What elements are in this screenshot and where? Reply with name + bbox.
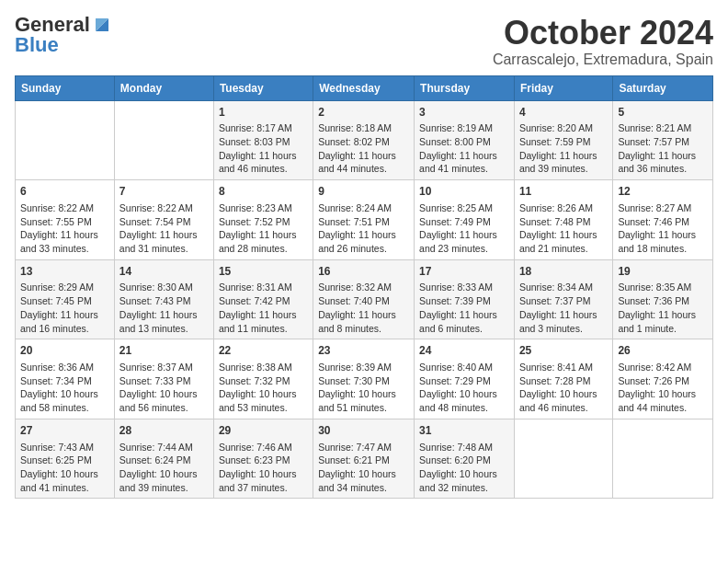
cell-text: Sunrise: 8:38 AM (219, 361, 308, 374)
cell-text: Sunset: 7:30 PM (318, 374, 409, 388)
cell-text: Daylight: 11 hours and 16 minutes. (20, 308, 109, 335)
cell-text: Sunrise: 8:30 AM (119, 281, 209, 294)
cell-text: Sunset: 7:59 PM (519, 135, 608, 149)
cell-text: Sunset: 7:57 PM (618, 135, 708, 149)
calendar-cell: 31Sunrise: 7:48 AMSunset: 6:20 PMDayligh… (415, 419, 515, 499)
cell-text: Sunset: 8:02 PM (318, 135, 409, 149)
cell-text: Daylight: 11 hours and 26 minutes. (318, 228, 409, 255)
calendar-cell: 9Sunrise: 8:24 AMSunset: 7:51 PMDaylight… (313, 180, 415, 260)
calendar-cell: 22Sunrise: 8:38 AMSunset: 7:32 PMDayligh… (213, 339, 313, 419)
cell-text: Sunrise: 8:25 AM (419, 201, 509, 215)
calendar-cell: 19Sunrise: 8:35 AMSunset: 7:36 PMDayligh… (613, 259, 713, 339)
calendar-table: SundayMondayTuesdayWednesdayThursdayFrid… (15, 75, 713, 500)
day-number: 23 (318, 343, 409, 359)
cell-text: Daylight: 10 hours and 51 minutes. (318, 387, 409, 414)
month-title: October 2024 (493, 15, 713, 52)
cell-text: Sunset: 7:28 PM (519, 374, 608, 388)
day-number: 4 (519, 105, 608, 121)
cell-text: Sunrise: 8:32 AM (318, 281, 409, 294)
day-number: 7 (119, 184, 209, 200)
cell-text: Sunrise: 8:20 AM (519, 121, 608, 135)
cell-text: Sunset: 7:42 PM (219, 294, 308, 308)
day-number: 12 (618, 184, 708, 200)
logo: General Blue (15, 15, 112, 55)
cell-text: Sunrise: 8:40 AM (419, 361, 509, 374)
cell-text: Daylight: 11 hours and 21 minutes. (519, 228, 608, 255)
day-number: 27 (20, 423, 109, 439)
day-number: 21 (119, 343, 209, 359)
col-header-sunday: Sunday (16, 75, 115, 100)
cell-text: Sunset: 7:39 PM (419, 294, 509, 308)
day-number: 17 (419, 264, 509, 280)
cell-text: Daylight: 10 hours and 34 minutes. (318, 467, 409, 494)
cell-text: Sunrise: 8:33 AM (419, 281, 509, 294)
cell-text: Sunrise: 8:29 AM (20, 281, 109, 294)
day-number: 9 (318, 184, 409, 200)
cell-text: Daylight: 10 hours and 53 minutes. (219, 387, 308, 414)
col-header-tuesday: Tuesday (213, 75, 313, 100)
day-number: 30 (318, 423, 409, 439)
cell-text: Daylight: 11 hours and 11 minutes. (219, 308, 308, 335)
cell-text: Sunset: 6:23 PM (219, 454, 308, 467)
day-number: 25 (519, 343, 608, 359)
logo-general-text: General (15, 15, 90, 35)
cell-text: Sunrise: 8:17 AM (219, 121, 308, 135)
cell-text: Sunset: 8:03 PM (219, 135, 308, 149)
cell-text: Daylight: 11 hours and 8 minutes. (318, 308, 409, 335)
calendar-cell: 2Sunrise: 8:18 AMSunset: 8:02 PMDaylight… (313, 100, 415, 180)
cell-text: Sunrise: 8:36 AM (20, 361, 109, 374)
cell-text: Daylight: 10 hours and 37 minutes. (219, 467, 308, 494)
calendar-week-5: 27Sunrise: 7:43 AMSunset: 6:25 PMDayligh… (16, 419, 713, 499)
cell-text: Sunrise: 8:18 AM (318, 121, 409, 135)
day-number: 11 (519, 184, 608, 200)
cell-text: Sunrise: 7:47 AM (318, 441, 409, 454)
calendar-cell: 18Sunrise: 8:34 AMSunset: 7:37 PMDayligh… (514, 259, 612, 339)
day-number: 24 (419, 343, 509, 359)
cell-text: Sunset: 8:00 PM (419, 135, 509, 149)
cell-text: Sunset: 7:43 PM (119, 294, 209, 308)
cell-text: Daylight: 11 hours and 6 minutes. (419, 308, 509, 335)
location-title: Carrascalejo, Extremadura, Spain (493, 52, 713, 68)
cell-text: Sunset: 6:20 PM (419, 454, 509, 467)
day-number: 15 (219, 264, 308, 280)
day-number: 14 (119, 264, 209, 280)
logo-blue-text: Blue (15, 35, 59, 55)
day-number: 19 (618, 264, 708, 280)
calendar-cell: 16Sunrise: 8:32 AMSunset: 7:40 PMDayligh… (313, 259, 415, 339)
calendar-cell: 21Sunrise: 8:37 AMSunset: 7:33 PMDayligh… (114, 339, 213, 419)
cell-text: Sunset: 7:36 PM (618, 294, 708, 308)
day-number: 10 (419, 184, 509, 200)
calendar-cell: 6Sunrise: 8:22 AMSunset: 7:55 PMDaylight… (16, 180, 115, 260)
cell-text: Sunrise: 7:44 AM (119, 441, 209, 454)
calendar-header: SundayMondayTuesdayWednesdayThursdayFrid… (16, 75, 713, 100)
calendar-cell: 1Sunrise: 8:17 AMSunset: 8:03 PMDaylight… (213, 100, 313, 180)
cell-text: Daylight: 11 hours and 18 minutes. (618, 228, 708, 255)
cell-text: Sunrise: 8:42 AM (618, 361, 708, 374)
cell-text: Sunrise: 8:34 AM (519, 281, 608, 294)
cell-text: Daylight: 11 hours and 39 minutes. (519, 149, 608, 176)
day-number: 13 (20, 264, 109, 280)
cell-text: Daylight: 10 hours and 48 minutes. (419, 387, 509, 414)
calendar-cell: 10Sunrise: 8:25 AMSunset: 7:49 PMDayligh… (415, 180, 515, 260)
cell-text: Sunset: 7:34 PM (20, 374, 109, 388)
cell-text: Daylight: 10 hours and 39 minutes. (119, 467, 209, 494)
cell-text: Sunset: 7:37 PM (519, 294, 608, 308)
cell-text: Daylight: 11 hours and 1 minute. (618, 308, 708, 335)
calendar-cell: 23Sunrise: 8:39 AMSunset: 7:30 PMDayligh… (313, 339, 415, 419)
day-number: 22 (219, 343, 308, 359)
cell-text: Sunset: 7:54 PM (119, 215, 209, 229)
cell-text: Sunrise: 8:24 AM (318, 201, 409, 215)
cell-text: Sunset: 7:46 PM (618, 215, 708, 229)
cell-text: Daylight: 10 hours and 58 minutes. (20, 387, 109, 414)
calendar-cell: 28Sunrise: 7:44 AMSunset: 6:24 PMDayligh… (114, 419, 213, 499)
cell-text: Sunrise: 8:22 AM (20, 201, 109, 215)
day-number: 31 (419, 423, 509, 439)
day-number: 8 (219, 184, 308, 200)
day-number: 26 (618, 343, 708, 359)
calendar-cell (514, 419, 612, 499)
day-number: 28 (119, 423, 209, 439)
calendar-week-4: 20Sunrise: 8:36 AMSunset: 7:34 PMDayligh… (16, 339, 713, 419)
cell-text: Sunrise: 7:46 AM (219, 441, 308, 454)
cell-text: Sunrise: 8:22 AM (119, 201, 209, 215)
day-number: 2 (318, 105, 409, 121)
